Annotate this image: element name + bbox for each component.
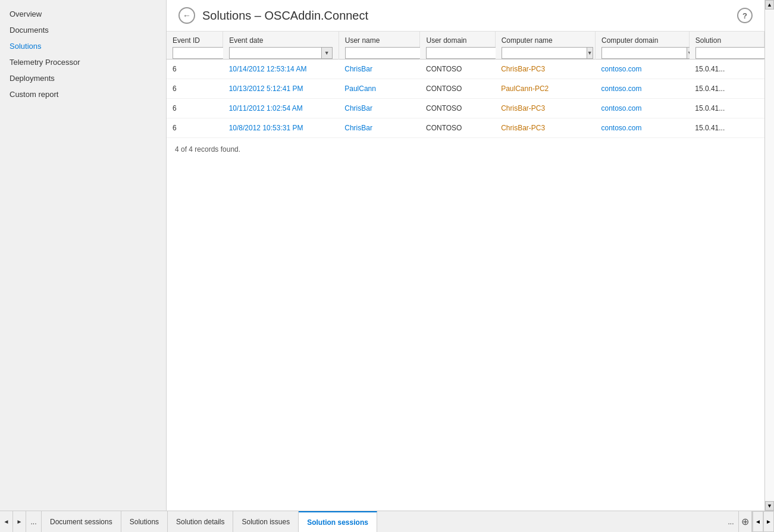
scroll-down-button[interactable]: ▼: [765, 501, 774, 511]
scroll-track: [765, 10, 774, 501]
cell-solution: 15.0.41...: [689, 79, 764, 99]
tab-nav-prev[interactable]: ◄: [0, 511, 13, 532]
cell-event-date: 10/11/2012 1:02:54 AM: [223, 99, 339, 118]
cell-computer-domain: contoso.com: [595, 79, 689, 99]
tab-solution-sessions[interactable]: Solution sessions: [299, 511, 377, 532]
col-label-solution: Solution: [695, 36, 758, 45]
cell-computer-name: ChrisBar-PC3: [495, 99, 595, 118]
cell-computer-name: PaulCann-PC2: [495, 79, 595, 99]
col-header-computer-name: Computer name ▼: [495, 32, 595, 60]
tab-solution-issues[interactable]: Solution issues: [233, 511, 299, 532]
col-filter-input-solution[interactable]: [695, 47, 764, 59]
tab-add-button[interactable]: ⊕: [739, 511, 752, 532]
cell-computer-domain: contoso.com: [595, 60, 689, 79]
cell-user-name: ChrisBar: [339, 118, 420, 138]
sidebar-item-telemetry[interactable]: Telemetry Processor: [0, 54, 166, 70]
tab-solutions[interactable]: Solutions: [121, 511, 168, 532]
col-header-computer-domain: Computer domain ▼: [595, 32, 689, 60]
sidebar-item-solutions[interactable]: Solutions: [0, 38, 166, 54]
table-row[interactable]: 610/13/2012 5:12:41 PMPaulCannCONTOSOPau…: [167, 79, 764, 99]
cell-computer-domain: contoso.com: [595, 99, 689, 118]
cell-event-date: 10/14/2012 12:53:14 AM: [223, 60, 339, 79]
cell-solution: 15.0.41...: [689, 60, 764, 79]
cell-event-id: 6: [167, 99, 223, 118]
cell-user-name: ChrisBar: [339, 60, 420, 79]
cell-computer-domain: contoso.com: [595, 118, 689, 138]
tab-list: Document sessionsSolutionsSolution detai…: [42, 511, 723, 532]
cell-user-name: ChrisBar: [339, 99, 420, 118]
cell-user-domain: CONTOSO: [420, 60, 495, 79]
col-header-event-id: Event ID ▼: [167, 32, 223, 60]
table-row[interactable]: 610/8/2012 10:53:31 PMChrisBarCONTOSOChr…: [167, 118, 764, 138]
tab-ellipsis-right[interactable]: ...: [723, 511, 739, 532]
cell-user-domain: CONTOSO: [420, 79, 495, 99]
data-table: Event ID ▼ Event date ▼ User name ▼ User…: [167, 32, 764, 138]
col-filter-input-computer-name[interactable]: [502, 47, 587, 59]
col-label-user-domain: User domain: [426, 36, 488, 45]
cell-user-domain: CONTOSO: [420, 99, 495, 118]
cell-event-date: 10/13/2012 5:12:41 PM: [223, 79, 339, 99]
sidebar-item-deployments[interactable]: Deployments: [0, 70, 166, 86]
tab-ellipsis-left[interactable]: ...: [26, 511, 42, 532]
col-filter-input-computer-domain[interactable]: [601, 47, 687, 59]
col-label-event-date: Event date: [229, 36, 333, 45]
col-label-computer-name: Computer name: [502, 36, 589, 45]
page-title: Solutions – OSCAddin.Connect: [202, 9, 368, 23]
cell-computer-name: ChrisBar-PC3: [495, 60, 595, 79]
table-area: Event ID ▼ Event date ▼ User name ▼ User…: [167, 32, 764, 511]
cell-solution: 15.0.41...: [689, 99, 764, 118]
records-found: 4 of 4 records found.: [167, 138, 764, 161]
page-header: ← Solutions – OSCAddin.Connect ?: [167, 0, 764, 32]
cell-event-id: 6: [167, 118, 223, 138]
cell-event-date: 10/8/2012 10:53:31 PM: [223, 118, 339, 138]
bottom-tab-bar: ◄ ► ... Document sessionsSolutionsSoluti…: [0, 511, 774, 532]
sidebar: OverviewDocumentsSolutionsTelemetry Proc…: [0, 0, 167, 511]
col-header-user-domain: User domain ▼: [420, 32, 495, 60]
sidebar-item-overview[interactable]: Overview: [0, 6, 166, 22]
table-row[interactable]: 610/11/2012 1:02:54 AMChrisBarCONTOSOChr…: [167, 99, 764, 118]
cell-event-id: 6: [167, 60, 223, 79]
sidebar-item-documents[interactable]: Documents: [0, 22, 166, 38]
col-header-event-date: Event date ▼: [223, 32, 339, 60]
col-label-computer-domain: Computer domain: [601, 36, 683, 45]
back-button[interactable]: ←: [178, 7, 195, 24]
cell-solution: 15.0.41...: [689, 118, 764, 138]
col-header-solution: Solution ▼: [689, 32, 764, 60]
col-filter-input-user-name[interactable]: [345, 47, 431, 59]
tab-nav-next[interactable]: ►: [13, 511, 26, 532]
content-area: ← Solutions – OSCAddin.Connect ? Event I…: [167, 0, 764, 511]
col-label-event-id: Event ID: [173, 36, 217, 45]
col-filter-drop-event-date[interactable]: ▼: [322, 47, 333, 59]
col-filter-input-event-date[interactable]: [229, 47, 322, 59]
col-filter-drop-computer-name[interactable]: ▼: [587, 47, 593, 59]
tab-solution-details[interactable]: Solution details: [168, 511, 233, 532]
sidebar-item-custom-report[interactable]: Custom report: [0, 86, 166, 102]
cell-computer-name: ChrisBar-PC3: [495, 118, 595, 138]
col-label-user-name: User name: [345, 36, 414, 45]
cell-user-domain: CONTOSO: [420, 118, 495, 138]
cell-event-id: 6: [167, 79, 223, 99]
tab-document-sessions[interactable]: Document sessions: [42, 511, 121, 532]
help-button[interactable]: ?: [737, 8, 753, 23]
scroll-up-button[interactable]: ▲: [765, 0, 774, 10]
table-row[interactable]: 610/14/2012 12:53:14 AMChrisBarCONTOSOCh…: [167, 60, 764, 79]
col-header-user-name: User name ▼: [339, 32, 420, 60]
tab-scroll-right[interactable]: ►: [763, 511, 774, 532]
cell-user-name: PaulCann: [339, 79, 420, 99]
tab-scroll-left[interactable]: ◄: [753, 511, 763, 532]
vertical-scrollbar[interactable]: ▲ ▼: [764, 0, 774, 511]
